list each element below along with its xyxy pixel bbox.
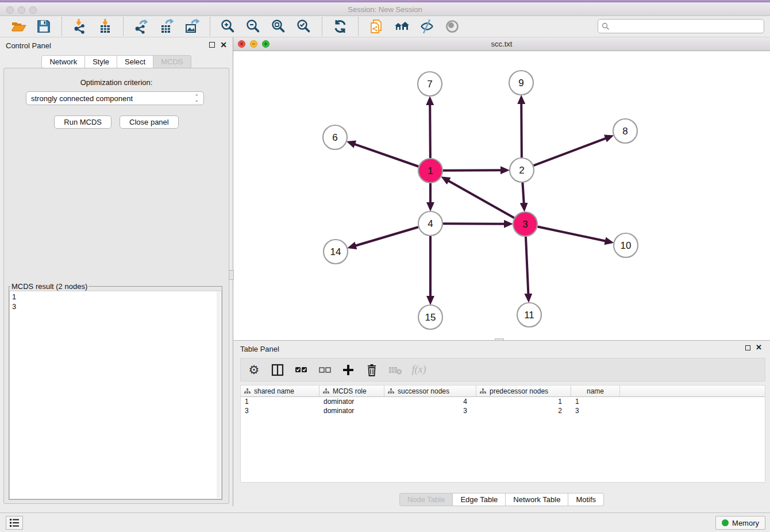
export-network-icon[interactable] bbox=[133, 18, 150, 35]
cell-MCDS-role[interactable]: dominator bbox=[319, 406, 384, 415]
float-table-panel-icon[interactable] bbox=[745, 345, 750, 350]
export-image-icon[interactable] bbox=[183, 18, 201, 35]
close-table-panel-icon[interactable]: ✕ bbox=[756, 344, 762, 351]
deselect-all-icon[interactable] bbox=[317, 363, 332, 377]
table-row[interactable]: 1dominator411 bbox=[241, 397, 765, 406]
clone-network-icon[interactable] bbox=[368, 18, 385, 35]
tab-network[interactable]: Network bbox=[41, 55, 85, 68]
node-14[interactable]: 14 bbox=[324, 240, 348, 264]
zoom-selected-icon[interactable] bbox=[295, 18, 313, 35]
node-6[interactable]: 6 bbox=[323, 125, 347, 149]
column-header-name[interactable]: name bbox=[571, 385, 620, 396]
edge-1-6[interactable] bbox=[354, 144, 418, 167]
edge-2-9[interactable] bbox=[521, 103, 522, 157]
tab-motifs[interactable]: Motifs bbox=[568, 493, 604, 506]
node-10[interactable]: 10 bbox=[614, 233, 638, 257]
edge-2-3[interactable] bbox=[522, 183, 523, 204]
node-9[interactable]: 9 bbox=[509, 71, 533, 95]
delete-column-icon[interactable] bbox=[364, 363, 379, 377]
optimization-criterion-label: Optimization criterion: bbox=[4, 78, 229, 87]
graph-edges bbox=[354, 103, 606, 297]
mcds-tab-content: Optimization criterion: strongly connect… bbox=[3, 68, 229, 504]
node-8[interactable]: 8 bbox=[613, 119, 637, 143]
table-row[interactable]: 3dominator323 bbox=[241, 406, 765, 415]
node-3[interactable]: 3 bbox=[513, 212, 537, 236]
cell-shared-name[interactable]: 3 bbox=[241, 406, 319, 415]
column-header-shared-name[interactable]: shared name bbox=[241, 385, 319, 396]
toolbar-separator bbox=[61, 17, 62, 36]
table-panel: Table Panel ✕ ⚙ f(x) shared nameMCDS rol… bbox=[233, 340, 770, 512]
cell-name[interactable]: 3 bbox=[571, 406, 620, 415]
edge-4-14[interactable] bbox=[355, 227, 418, 246]
node-11[interactable]: 11 bbox=[517, 303, 541, 327]
import-network-icon[interactable] bbox=[71, 18, 88, 35]
export-table-icon[interactable] bbox=[158, 18, 175, 35]
node-label: 3 bbox=[522, 219, 528, 230]
edge-3-1[interactable] bbox=[448, 180, 514, 218]
zoom-out-icon[interactable] bbox=[245, 18, 262, 35]
tab-select[interactable]: Select bbox=[117, 55, 153, 68]
control-panel-tabs: NetworkStyleSelectMCDS bbox=[0, 55, 233, 68]
show-all-icon[interactable] bbox=[444, 18, 461, 35]
node-2[interactable]: 2 bbox=[510, 158, 534, 182]
tab-style[interactable]: Style bbox=[85, 55, 117, 68]
table-settings-icon[interactable]: ⚙ bbox=[247, 363, 261, 377]
column-header-MCDS-role[interactable]: MCDS role bbox=[319, 385, 384, 396]
tab-edge-table[interactable]: Edge Table bbox=[453, 493, 506, 506]
save-icon[interactable] bbox=[35, 18, 52, 35]
cell-shared-name[interactable]: 1 bbox=[241, 397, 319, 406]
edge-1-2[interactable] bbox=[443, 170, 502, 171]
control-panel: Control Panel ✕ NetworkStyleSelectMCDS O… bbox=[0, 37, 233, 506]
column-header-successor-nodes[interactable]: successor nodes bbox=[384, 385, 476, 396]
select-all-icon[interactable] bbox=[294, 363, 309, 377]
edge-1-7[interactable] bbox=[430, 104, 430, 158]
table-toolbar: ⚙ f(x) bbox=[240, 358, 765, 381]
task-history-button[interactable] bbox=[6, 516, 23, 530]
cell-predecessor-nodes[interactable]: 1 bbox=[476, 397, 571, 406]
show-columns-icon[interactable] bbox=[270, 363, 285, 377]
tab-network-table[interactable]: Network Table bbox=[506, 493, 568, 506]
cell-successor-nodes[interactable]: 4 bbox=[384, 397, 476, 406]
column-header-predecessor-nodes[interactable]: predecessor nodes bbox=[476, 385, 571, 396]
edge-4-3[interactable] bbox=[443, 223, 505, 224]
tab-mcds[interactable]: MCDS bbox=[153, 55, 191, 68]
table-panel-title: Table Panel bbox=[240, 345, 279, 353]
float-panel-icon[interactable] bbox=[209, 42, 215, 48]
result-scrollbar[interactable] bbox=[217, 292, 221, 498]
node-15[interactable]: 15 bbox=[418, 305, 442, 329]
edge-3-11[interactable] bbox=[526, 237, 528, 295]
close-panel-button[interactable]: Close panel bbox=[120, 115, 179, 129]
node-4[interactable]: 4 bbox=[418, 211, 442, 236]
function-builder-icon: f(x) bbox=[411, 363, 426, 377]
cell-name[interactable]: 1 bbox=[571, 397, 620, 406]
cell-successor-nodes[interactable]: 3 bbox=[384, 406, 476, 415]
zoom-fit-icon[interactable] bbox=[270, 18, 287, 35]
first-neighbors-icon[interactable] bbox=[393, 18, 410, 35]
network-canvas[interactable]: 7968124314101511 bbox=[233, 51, 770, 340]
run-mcds-button[interactable]: Run MCDS bbox=[54, 115, 111, 129]
hide-selected-icon[interactable] bbox=[418, 18, 436, 35]
node-7[interactable]: 7 bbox=[418, 72, 442, 96]
mcds-result-area[interactable]: 13 bbox=[9, 291, 222, 499]
add-column-icon[interactable] bbox=[341, 363, 356, 377]
node-1[interactable]: 1 bbox=[418, 159, 442, 183]
mcds-result-legend: MCDS result (2 nodes) bbox=[10, 282, 88, 291]
tab-node-table[interactable]: Node Table bbox=[399, 493, 453, 506]
cell-predecessor-nodes[interactable]: 2 bbox=[476, 406, 571, 415]
edge-2-8[interactable] bbox=[534, 138, 607, 165]
import-table-icon[interactable] bbox=[97, 18, 114, 35]
search-field[interactable] bbox=[598, 19, 764, 33]
close-panel-icon[interactable]: ✕ bbox=[220, 41, 227, 48]
memory-status-icon bbox=[722, 519, 729, 526]
cell-MCDS-role[interactable]: dominator bbox=[319, 397, 384, 406]
memory-button[interactable]: Memory bbox=[715, 516, 765, 530]
open-folder-icon[interactable] bbox=[10, 18, 27, 35]
search-input[interactable] bbox=[612, 21, 764, 32]
refresh-layout-icon[interactable] bbox=[332, 18, 349, 35]
zoom-in-icon[interactable] bbox=[220, 18, 237, 35]
node-label: 7 bbox=[427, 79, 432, 90]
optimization-criterion-select[interactable]: strongly connected component ⌃⌄ bbox=[26, 91, 204, 105]
panel-divider-grip[interactable] bbox=[229, 270, 234, 280]
edge-3-10[interactable] bbox=[538, 227, 606, 241]
network-window-titlebar[interactable]: × − + scc.txt bbox=[233, 37, 770, 51]
